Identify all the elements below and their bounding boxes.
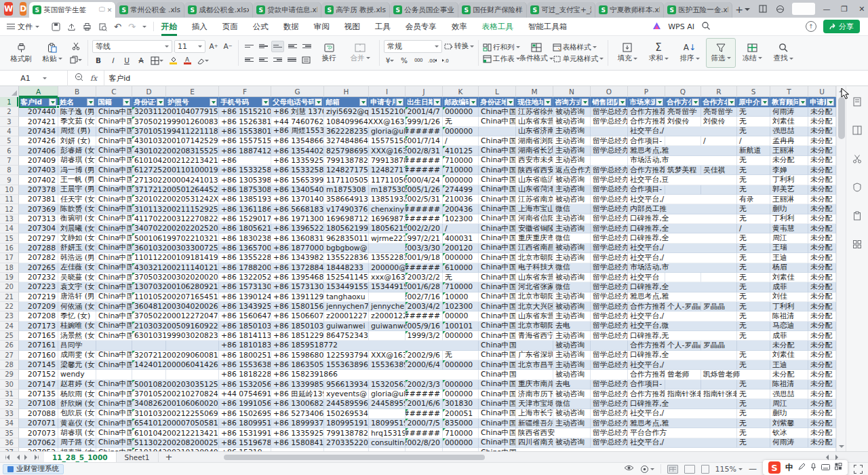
cell[interactable]: +86 1370140948 xyxy=(271,195,324,204)
cell[interactable]: 207147 xyxy=(19,380,58,390)
cell[interactable]: +86 15319918 xyxy=(219,428,271,438)
cell[interactable]: 被动咨询 xyxy=(553,244,591,253)
row-number[interactable]: 22 xyxy=(0,302,19,311)
cell[interactable]: guiwanwei xyxy=(324,322,369,331)
cell[interactable]: 未分配 xyxy=(808,146,836,155)
cell[interactable]: / xyxy=(737,136,770,146)
cell[interactable]: 微信 xyxy=(553,204,591,214)
cell[interactable]: +86 1300682663 xyxy=(271,399,324,408)
cell[interactable]: 罗晶晶 xyxy=(701,302,737,311)
cell[interactable]: 2001/9/18 xyxy=(406,253,443,263)
cell[interactable]: +86 18141137 xyxy=(219,331,271,341)
cell[interactable]: 155363896 xyxy=(324,360,369,370)
cell[interactable]: 无 xyxy=(737,214,770,224)
row-number[interactable]: 16 xyxy=(0,244,19,253)
cell[interactable]: +86 13657006 xyxy=(219,244,271,253)
cell[interactable]: 无 xyxy=(443,117,479,126)
cell[interactable]: 主动咨询 xyxy=(553,292,591,302)
cell[interactable] xyxy=(369,244,406,253)
cell[interactable]: 835000 xyxy=(443,419,479,428)
tab-list-dropdown-icon[interactable] xyxy=(745,8,750,14)
convert-button[interactable]: 转换 xyxy=(444,41,474,51)
row-number[interactable]: 25 xyxy=(0,331,19,341)
filter-button[interactable] xyxy=(469,98,477,106)
cell[interactable]: +86 1580841999 xyxy=(271,438,324,448)
cell[interactable]: 曾老师 xyxy=(665,370,701,379)
cell[interactable]: 2002/8/31 xyxy=(406,146,443,155)
cell[interactable]: 周煜 (男) xyxy=(58,127,96,136)
align-bottom-button[interactable] xyxy=(271,41,284,52)
row-number[interactable]: 23 xyxy=(0,311,19,321)
cell[interactable]: 留学总经办 xyxy=(591,136,628,146)
column-header-F[interactable]: F xyxy=(219,86,271,97)
header-cell[interactable]: 原中介机构 xyxy=(737,97,770,107)
wps-ai-label[interactable]: WPS AI xyxy=(668,22,694,31)
cell[interactable]: 000000 xyxy=(443,331,479,341)
cell[interactable]: 207402 xyxy=(19,175,58,185)
cell[interactable]: 留学总经办 xyxy=(591,214,628,224)
cell[interactable]: 未分配 xyxy=(808,360,836,370)
cell[interactable]: +86 15263810 xyxy=(219,117,271,126)
column-header-J[interactable]: J xyxy=(406,86,443,97)
cell[interactable]: 留学总经办 xyxy=(591,282,628,292)
cell[interactable]: 江苏省南京 xyxy=(516,195,553,204)
cell[interactable]: z20001227 xyxy=(369,311,406,321)
scroll-right-icon[interactable] xyxy=(835,455,841,460)
column-header-S[interactable]: S xyxy=(737,86,770,97)
decrease-decimal-button[interactable]: .0 xyxy=(441,55,453,66)
cell[interactable]: 社交平台,/ xyxy=(628,127,737,136)
filter-button[interactable] xyxy=(262,98,269,106)
cell[interactable]: 袁文宇 (女 xyxy=(58,282,96,292)
cell[interactable]: 文静如 (女 xyxy=(58,233,96,243)
cell[interactable]: 强思喆 xyxy=(770,127,808,136)
cell[interactable]: China中国 xyxy=(479,399,516,408)
cell[interactable]: 主动咨询 xyxy=(553,351,591,360)
row-number[interactable]: 15 xyxy=(0,233,19,243)
cell[interactable]: 汤景然 (女 xyxy=(58,331,96,341)
cell[interactable]: 110112200109181419 xyxy=(132,253,219,263)
cell[interactable]: 未分配 xyxy=(808,214,836,224)
row-number[interactable]: 9 xyxy=(0,175,19,185)
cell[interactable]: China中国 xyxy=(96,214,132,224)
cell[interactable] xyxy=(369,292,406,302)
cell[interactable]: 180562199 xyxy=(369,224,406,233)
cell[interactable]: 200051 xyxy=(443,409,479,419)
cell[interactable]: 未分配 xyxy=(808,195,836,204)
document-tab[interactable]: S医护五险一金.xlsx xyxy=(664,2,732,18)
cell[interactable]: 无 xyxy=(443,351,479,360)
cell[interactable]: 内部员工推 xyxy=(628,204,737,214)
cell[interactable]: 无 xyxy=(737,244,770,253)
cell[interactable]: 327484864 xyxy=(324,136,369,146)
cell[interactable]: ######## xyxy=(406,214,443,224)
cell[interactable]: 口碑推荐,全 xyxy=(628,282,737,292)
cell[interactable]: 主动咨询 xyxy=(553,419,591,428)
cell[interactable]: 个人-罗晶晶 xyxy=(665,302,701,311)
cell[interactable]: 未分配 xyxy=(808,117,836,126)
cell[interactable]: 138519326 xyxy=(369,195,406,204)
cell[interactable]: 无 xyxy=(737,390,770,399)
cell[interactable]: 重庆重庆市 xyxy=(516,233,553,243)
cell[interactable]: 留学总经办 xyxy=(591,253,628,263)
cell[interactable]: China中国 xyxy=(96,419,132,428)
print-preview-icon[interactable] xyxy=(98,22,107,31)
menu-item-视图[interactable]: 视图 xyxy=(337,18,368,36)
cell[interactable] xyxy=(132,341,166,350)
cell[interactable]: 刘晨曦 (女 xyxy=(58,224,96,233)
column-header-I[interactable]: I xyxy=(369,86,406,97)
undo-icon[interactable]: ↶ xyxy=(114,22,121,32)
cell[interactable]: 微信 xyxy=(553,263,591,273)
fill-button[interactable]: 填充 xyxy=(612,38,642,68)
menu-item-公式[interactable]: 公式 xyxy=(245,18,276,36)
increase-indent-button[interactable] xyxy=(300,41,313,52)
cell[interactable]: 152541145 xyxy=(324,273,369,282)
cell[interactable]: 留学总经办 xyxy=(591,224,628,233)
underline-button[interactable]: U xyxy=(121,55,133,66)
cell[interactable]: China中国 xyxy=(96,409,132,419)
cell[interactable]: 何依涵 (女 xyxy=(58,302,96,311)
cell[interactable]: 未分配 xyxy=(808,399,836,408)
fullscreen-icon[interactable] xyxy=(854,465,863,474)
cell[interactable]: 河北省张家 xyxy=(516,282,553,292)
sheet-tab-11_28_5_1000[interactable]: 11_28_5_1000 xyxy=(44,452,117,463)
conditional-format-button[interactable]: 条件格式 xyxy=(521,38,551,68)
cell[interactable]: 筑梦美程 xyxy=(665,166,701,175)
